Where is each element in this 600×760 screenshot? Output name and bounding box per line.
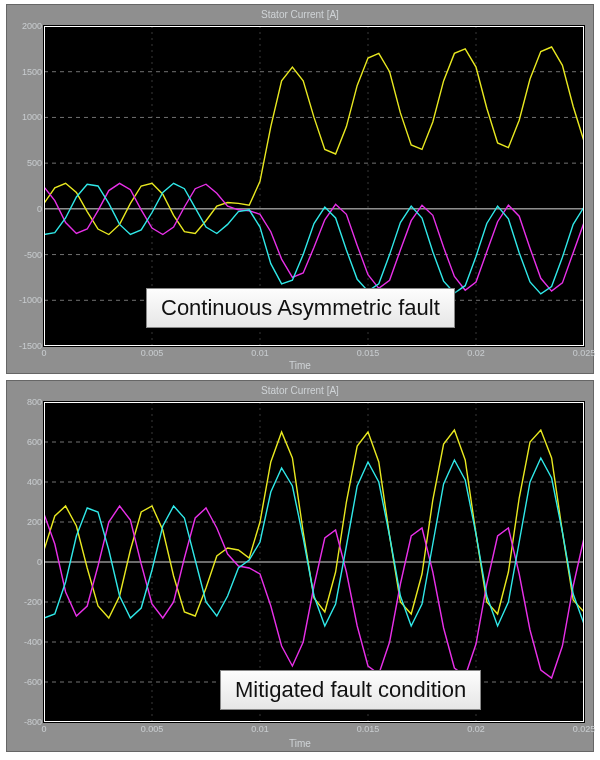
annotation-top: Continuous Asymmetric fault [146, 288, 455, 328]
chart-title-2: Stator Current [A] [7, 385, 593, 396]
chart-xlabel-2: Time [7, 738, 593, 749]
annotation-bottom: Mitigated fault condition [220, 670, 481, 710]
chart-xlabel-1: Time [7, 360, 593, 371]
page-root: Stator Current [A] -1500-1000-5000500100… [0, 0, 600, 760]
chart-title-1: Stator Current [A] [7, 9, 593, 20]
